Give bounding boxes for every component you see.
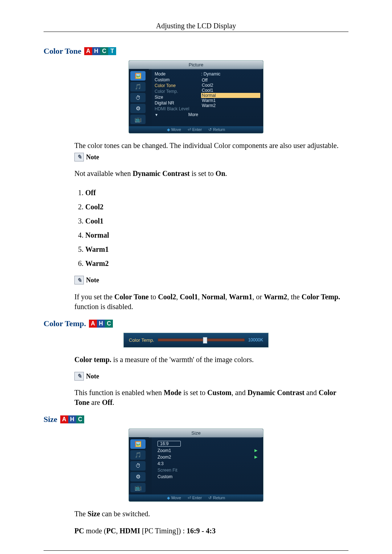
badge-t-icon: T [108, 47, 116, 55]
menu-row-label: Mode [155, 71, 166, 77]
triangle-right-icon: ▶ [254, 455, 257, 459]
badge-c-icon: C [105, 320, 113, 328]
list-item: Normal [85, 228, 348, 242]
slider-track [158, 338, 245, 341]
sound-icon: 🎵 [130, 82, 146, 91]
size-item: 16:9 [155, 440, 260, 447]
note-text-1: Not available when Dynamic Contrast is s… [74, 169, 348, 178]
osd-sidebar: 🖼️ 🎵 ⏱ ⚙ 📺 [129, 437, 152, 495]
input-icon: 📺 [130, 115, 146, 124]
note-icon: ✎ [74, 153, 84, 161]
slider-wrap: Color Temp. 10000K [44, 333, 348, 348]
size-pcmode: PC mode (PC, HDMI [PC Timing]) : 16:9 - … [74, 526, 348, 536]
sound-icon: 🎵 [130, 450, 146, 460]
color-tone-desc: The color tones can be changed. The indi… [74, 141, 348, 151]
color-temp-content: Color temp. is a measure of the 'warmth'… [44, 355, 348, 407]
title-text-size: Size [44, 415, 57, 424]
size-item: Screen Fit [155, 467, 260, 473]
slider-label: Color Temp. [129, 337, 154, 343]
footer-move: Move [167, 127, 181, 132]
color-tone-option-list: Off Cool2 Cool1 Normal Warm1 Warm2 [74, 186, 348, 271]
footer-enter: Enter [188, 127, 202, 132]
title-text-color-temp: Color Temp. [44, 319, 86, 328]
list-item: Off [85, 186, 348, 200]
color-tone-content: The color tones can be changed. The indi… [44, 141, 348, 312]
footer-return: Return [208, 127, 225, 132]
menu-row-label: Digital NR [155, 100, 174, 106]
badge-h-icon: H [92, 47, 100, 55]
section-title-size: Size A H C [44, 415, 348, 424]
badge-c-icon: C [76, 415, 84, 423]
color-temp-note: This function is enabled when Mode is se… [74, 388, 348, 407]
menu-row-label: Size [155, 95, 163, 100]
clock-icon: ⏱ [130, 93, 146, 102]
section-title-color-temp: Color Temp. A H C [44, 319, 348, 328]
menu-row-label: Custom [155, 77, 170, 82]
footer-return: Return [208, 496, 225, 500]
setup-icon: ⚙ [130, 104, 146, 113]
input-icon: 📺 [130, 483, 146, 492]
osd-option: Warm1 [201, 98, 260, 103]
setup-icon: ⚙ [130, 472, 146, 481]
list-item: Cool1 [85, 214, 348, 228]
osd-menu-values: : Dynamic Off Cool2 Cool1 Normal Warm1 W… [201, 71, 260, 118]
list-item: Cool2 [85, 200, 348, 214]
note-label: Note [86, 276, 99, 284]
osd-sidebar: 🖼️ 🎵 ⏱ ⚙ 📺 [129, 69, 152, 126]
osd-menu: Mode Custom Color Tone Color Temp. Size … [152, 69, 263, 126]
note-label: Note [86, 372, 99, 381]
osd-footer: Move Enter Return [129, 126, 263, 133]
page: Adjusting the LCD Display Color Tone A H… [0, 0, 392, 554]
osd-option: Warm2 [201, 103, 260, 108]
osd-options: Off Cool2 Cool1 Normal Warm1 Warm2 [201, 78, 260, 108]
osd-titlebar: Picture [129, 61, 263, 69]
badges-color-tone: A H C T [84, 47, 116, 55]
color-temp-slider-panel: Color Temp. 10000K [123, 333, 269, 348]
title-text-color-tone: Color Tone [44, 46, 81, 56]
badge-h-icon: H [97, 320, 105, 328]
badges-color-temp: A H C [89, 320, 113, 328]
menu-row-value: : Dynamic [201, 71, 220, 77]
badge-h-icon: H [68, 415, 76, 423]
osd-size-menu: 16:9 Zoom1▶ Zoom2▶ 4:3 Screen Fit Custom [152, 437, 263, 495]
size-content: The Size can be switched. PC mode (PC, H… [44, 509, 348, 536]
footer-move: Move [167, 496, 181, 500]
menu-row-label: More [188, 112, 198, 117]
clock-icon: ⏱ [130, 461, 146, 471]
osd-titlebar: Size [129, 429, 263, 437]
osd-color-tone: Picture 🖼️ 🎵 ⏱ ⚙ 📺 Mode Custom Color Ton… [128, 60, 264, 134]
bottom-divider [44, 550, 348, 551]
size-desc: The Size can be switched. [74, 509, 348, 519]
osd-size: Size 🖼️ 🎵 ⏱ ⚙ 📺 16:9 Zoom1▶ Zoom2▶ 4:3 S… [128, 428, 264, 502]
list-item: Warm2 [85, 257, 348, 271]
badge-c-icon: C [100, 47, 108, 55]
page-header: Adjusting the LCD Display [44, 22, 348, 32]
badge-a-icon: A [84, 47, 92, 55]
more-arrow-down-icon [155, 112, 160, 117]
size-item: Custom [155, 473, 260, 480]
footer-enter: Enter [188, 496, 202, 500]
note-text-2: If you set the Color Tone to Cool2, Cool… [74, 292, 348, 312]
note-label: Note [86, 153, 99, 161]
badges-size: A H C [60, 415, 84, 423]
osd-option: Cool1 [201, 88, 260, 93]
list-item: Warm1 [85, 242, 348, 257]
menu-row-label: Color Temp. [155, 89, 178, 94]
osd-color-tone-wrap: Picture 🖼️ 🎵 ⏱ ⚙ 📺 Mode Custom Color Ton… [44, 60, 348, 134]
osd-option: Cool2 [201, 83, 260, 88]
slider-thumb [203, 337, 207, 344]
size-item: 4:3 [155, 460, 260, 467]
note-icon: ✎ [74, 372, 84, 381]
osd-option: Off [201, 78, 260, 83]
color-temp-desc: Color temp. is a measure of the 'warmth'… [74, 355, 348, 365]
badge-a-icon: A [60, 415, 68, 423]
badge-a-icon: A [89, 320, 97, 328]
section-title-color-tone: Color Tone A H C T [44, 46, 348, 56]
triangle-right-icon: ▶ [254, 448, 257, 453]
osd-footer: Move Enter Return [129, 495, 263, 501]
size-item: Zoom1▶ [155, 447, 260, 454]
picture-icon: 🖼️ [130, 439, 146, 449]
osd-size-wrap: Size 🖼️ 🎵 ⏱ ⚙ 📺 16:9 Zoom1▶ Zoom2▶ 4:3 S… [44, 428, 348, 502]
menu-row-label: HDMI Black Level [155, 106, 189, 111]
menu-row-label: Color Tone [155, 83, 176, 88]
